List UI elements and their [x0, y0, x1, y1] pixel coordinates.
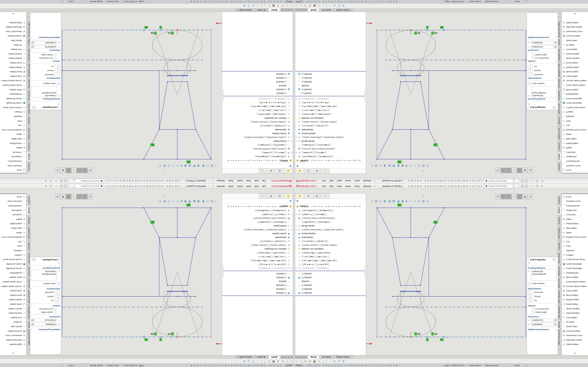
sketch-tool-item[interactable]: ◌ Perimeter Circle [0, 164, 26, 168]
sketch-tool-item[interactable]: ◲ Silhouette Entities [562, 25, 588, 29]
tree-item[interactable]: ✎ ◯Ƽƽ◦И✲lΑШ◯◦◯ШΑl✲И◦ƽƼ◯ [222, 124, 293, 128]
unit-system-selector[interactable]: Custom ▲ [63, 0, 76, 3]
tree-item[interactable]: ★ ◯ƼƽƐƐ✜◉ИΛΦ◯◦◯ΦΛИ◉✜ƐƐƽƼ◯ [222, 155, 293, 158]
search-input[interactable]: ⬢ Search CAD Models ▼ [69, 179, 104, 183]
sketch-tool-item[interactable]: ◠ Tangent Arc [0, 208, 26, 213]
tree-filter-input[interactable] [222, 163, 293, 168]
parameter-input[interactable]: 10.88152731 [531, 319, 554, 322]
view-orientation-icon[interactable]: ▥ [163, 200, 166, 203]
spinner-control[interactable]: ▲▼ [31, 45, 34, 48]
view-tool-icon[interactable]: ◔ [256, 4, 260, 7]
expand-arrow-icon[interactable]: ▸ [290, 267, 293, 269]
view-orientation-icon[interactable]: ▤ [375, 200, 377, 203]
sketch-tool-item[interactable]: ◌ Perimeter Circle [562, 199, 588, 204]
add-relation-button[interactable]: ─ Horizontal [30, 290, 61, 294]
relation-entry[interactable]: Collinear108 [532, 94, 556, 97]
collapse-chevron-icon[interactable]: ˄ [556, 77, 557, 79]
sketch-tool-item[interactable]: ▭ Corner Rectangle [562, 96, 588, 101]
hide-show-button[interactable]: ▦ [60, 168, 66, 173]
sketch-tool-item[interactable]: ≋ Intersection Curve [0, 29, 26, 34]
sketch-tool-item[interactable]: ⊜ Ellipse [0, 146, 26, 150]
help-icon[interactable]: ? [525, 185, 528, 188]
tree-item[interactable]: ■ Solid Bodies [222, 128, 293, 132]
tree-item[interactable]: ∟ (-) Sketch5 [222, 80, 293, 84]
sketch-tool-item[interactable]: ⊏ Offset Entities [0, 342, 26, 347]
view-orientation-icon[interactable]: ◪ [397, 200, 399, 203]
toolbar-overflow-chevron[interactable]: › [164, 194, 165, 197]
add-relation-button[interactable]: │ Vertical [527, 68, 558, 73]
tree-item[interactable]: ◔ ◯Ƽƽ◉ƼƽИƐƼƼ◯◦◯ƼƼƐИƽƼ◉ƽƼ◯ [295, 143, 366, 147]
command-tab[interactable]: : [558, 12, 562, 17]
sketch-tool-item[interactable]: ✂ Trim Entities [562, 47, 588, 52]
tree-item[interactable]: ★ ◯ƼƽƐƐ✜◉ИΛΦ◯◦◯ΦΛИ◉✜ƐƐƽƼ◯ [295, 209, 366, 212]
sketch-tool-item[interactable]: ▧ Convert Entities [0, 34, 26, 38]
sketch-tool-item[interactable]: ↔ Stretch Entities [562, 56, 588, 61]
add-relation-button[interactable]: ─ Horizontal [30, 73, 61, 77]
feature-manager-tab[interactable]: ⬢ [284, 194, 292, 199]
command-tab[interactable]: Sheet Metal [558, 252, 562, 265]
tree-item[interactable]: ◆ Surface Bodies [295, 232, 366, 235]
help-icon[interactable]: ? [60, 185, 63, 188]
quick-access-toolbar[interactable]: ◎ ƷƐ ◎ Ш ◎ ◦ ◎ ✥ ◎ ƆƆ ◎ ƷƐ ◎ ✦ ◎ ƼƧ ◎ ♟ … [408, 180, 483, 182]
sketch-tool-item[interactable]: ⌒ Centerpoint Arc [0, 203, 26, 208]
relation-entry[interactable]: Equal length109 [532, 92, 556, 94]
feature-manager-tab[interactable]: ⬢ [284, 168, 292, 173]
tree-item[interactable]: ★ ◯ƼƽƐƐ✜◉ИΛΦ◯◦◯ΦΛИ◉✜ƐƐƽƼ◯ [222, 209, 293, 212]
sketch-tool-item[interactable]: ▪ Point [0, 244, 26, 248]
tree-item[interactable]: ▦ (-) Sketch6 [222, 72, 293, 76]
toolbar-overflow-chevron[interactable]: › [423, 170, 424, 173]
command-tab[interactable]: Sheet Metal [26, 252, 30, 265]
parameter-input[interactable]: 0.00000000° [531, 41, 554, 44]
tab-nav-arrow[interactable]: ◀ [287, 8, 290, 11]
view-orientation-icon[interactable]: ⇩ [172, 164, 174, 167]
checkbox[interactable] [54, 57, 56, 59]
hide-show-button[interactable]: ✛ [66, 168, 71, 173]
tree-item[interactable]: ▤ ◯Ƽƽ✜ƐƼƼ◯ИИ◎◦✜ƆƐИƼƐƼƆ✜◎ИИ◯ [295, 147, 366, 151]
section-additional-parameters[interactable]: Additional Parameters [528, 36, 556, 39]
close-button[interactable]: ✕ [539, 180, 545, 182]
tab-nav-arrow[interactable]: |◀ [295, 8, 298, 11]
unit-system-selector[interactable]: Custom ▲ [512, 364, 525, 367]
command-tab[interactable]: Sketch [26, 152, 30, 161]
command-tab[interactable]: : [26, 12, 30, 17]
hide-show-button[interactable]: ∿ [82, 168, 87, 173]
tree-item[interactable]: ∟ (-) Sketch5 [295, 80, 366, 84]
sketch-tool-item[interactable]: ƒx Equation Driven Curve [562, 128, 588, 132]
view-orientation-icon[interactable]: ◧ [202, 200, 204, 203]
expand-chevron-icon[interactable]: ˅ [31, 37, 32, 38]
spinner-control[interactable]: ▲▼ [554, 319, 557, 322]
command-tab[interactable]: Markup [26, 320, 30, 329]
section-add-relations[interactable]: Add Relations [32, 77, 60, 79]
checkbox[interactable] [532, 311, 534, 313]
relation-button-icon[interactable]: ⊸ [55, 65, 60, 68]
command-tab[interactable]: MBD Dimensions [558, 330, 562, 345]
view-orientation-icon[interactable]: ▣ [401, 164, 404, 167]
relations-listbox[interactable]: Collinear108Equal length109 [531, 86, 557, 97]
option-row[interactable]: Infinite length [30, 53, 61, 57]
tree-item[interactable]: ∟ (-) Sketch1 [295, 272, 366, 275]
view-tool-icon[interactable]: ⚙ [341, 4, 346, 7]
search-dropdown-icon[interactable]: ▼ [69, 185, 72, 187]
user-account-icon[interactable]: ☺ [521, 184, 524, 188]
menu-item[interactable]: Window [362, 184, 373, 188]
view-orientation-icon[interactable]: ▯ [215, 200, 216, 203]
expand-arrow-icon[interactable]: ▸ [295, 225, 298, 227]
command-tab[interactable]: Mold Tools [558, 277, 562, 289]
tree-item[interactable]: ◔ ◯Ƽƽ◉ƼƽИƐƼƼ◯◦◯ƼƼƐИƽƼ◉ƽƼ◯ [222, 220, 293, 224]
sketch-tool-item[interactable]: ▪ Point [562, 119, 588, 123]
tree-item[interactable]: ☰ Material <not specified> [295, 116, 366, 120]
tree-item[interactable]: ▸ A ◯ƼƽИИ◎◦✜Α✜◎ИИΑ◯◦◯ΑИИ◎✜Α✜◦◎ИИƽƼ◯ [222, 135, 293, 139]
tree-item[interactable]: ⌊ ◯ИИ◦ƍ◦◉⋆◎◯◦◯◎⋆◉◦ƍ◦ИИ◯ [222, 101, 293, 105]
hide-show-button[interactable]: 3D [495, 194, 501, 199]
document-tab[interactable]: Motion Study 1 [334, 8, 353, 12]
relation-entry[interactable]: Collinear108 [532, 270, 556, 273]
sketch-tool-item[interactable]: ◗ Partial Ellipse [562, 221, 588, 226]
close-button[interactable]: ✕ [43, 180, 49, 182]
tree-item[interactable]: ▸ A ◯ƼƽИИ◎◦✜Α✜◎ИИΑ◯◦◯ΑИИ◎✜Α✜◦◎ИИƽƼ◯ [295, 135, 366, 139]
expand-arrow-icon[interactable]: ▸ [290, 229, 293, 231]
tree-item[interactable]: ▸ ⟲ ◯Λ◉✜Ƽƽ◦ƍ◯◦◯ƍ◦ƽƼ✜◉Λ◯ [295, 151, 366, 155]
tree-item[interactable]: ▸ ⟲ ◯Λ◉✜Ƽƽ◦ƍ◯◦◯ƍ◦ƽƼ✜◉Λ◯ [222, 151, 293, 155]
relation-entry[interactable]: Equal length109 [32, 273, 56, 275]
tree-item[interactable]: ▱ ◯◦◎✜◯✲◉|◯◦◯|◉✲◯✜◎◦◯ [295, 108, 366, 112]
command-tab[interactable]: Mesh Modeling [558, 63, 562, 78]
